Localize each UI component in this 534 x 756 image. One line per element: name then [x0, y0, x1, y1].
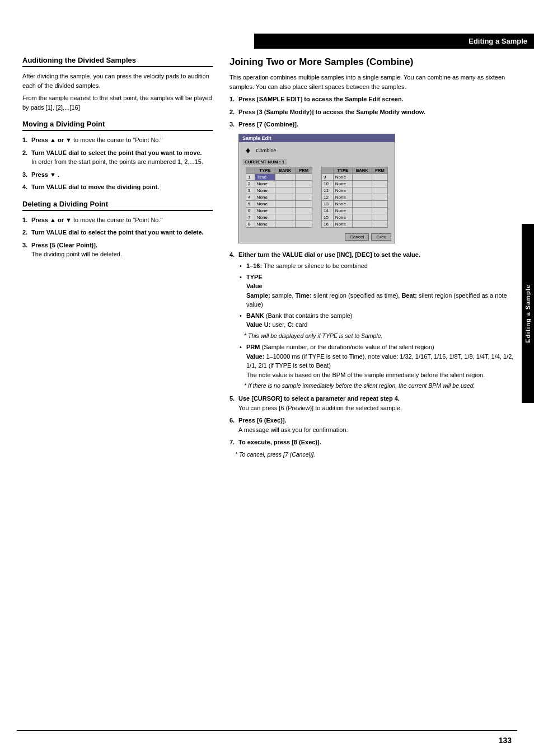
se-right-row-13: 13 None	[322, 200, 388, 207]
side-tab: Editing a Sample	[522, 224, 534, 403]
moving-heading: Moving a Dividing Point	[22, 120, 213, 131]
se-left-row-1: 1 Time	[246, 173, 312, 180]
bullet-1-16: 1–16: The sample or silence to be combin…	[238, 261, 517, 271]
deleting-step-2: 2. Turn VALUE dial to select the point t…	[22, 228, 213, 237]
se-cancel-button[interactable]: Cancel	[345, 233, 369, 241]
page-container: Editing a Sample Editing a Sample Auditi…	[0, 0, 534, 756]
section-auditioning: Auditioning the Divided Samples After di…	[22, 56, 213, 112]
step4-bullets: 1–16: The sample or silence to be combin…	[238, 261, 517, 330]
se-left-row-8: 8 None	[246, 220, 312, 227]
se-left-row-7: 7 None	[246, 214, 312, 220]
bottom-divider	[17, 730, 517, 731]
combine-step-2: 2. Press [3 (Sample Modify)] to access t…	[229, 107, 517, 117]
se-right-row-16: 16 None	[322, 220, 388, 227]
moving-step-3: 3. Press ▼ .	[22, 170, 213, 180]
left-column: Auditioning the Divided Samples After di…	[22, 56, 213, 461]
bullet-prm: PRM (Sample number, or the duration/note…	[238, 342, 517, 379]
se-exec-button[interactable]: Exec	[371, 233, 391, 241]
auditioning-heading: Auditioning the Divided Samples	[22, 56, 213, 67]
combine-step-4: 4. Either turn the VALUE dial or use [IN…	[229, 250, 517, 391]
se-left-row-3: 3 None	[246, 187, 312, 194]
right-column: Joining Two or More Samples (Combine) Th…	[229, 56, 517, 461]
se-left-row-2: 2 None	[246, 180, 312, 187]
se-current-num: CURRENT NUM : 1	[242, 159, 287, 165]
two-column-layout: Auditioning the Divided Samples After di…	[22, 56, 517, 461]
combine-step-3: 3. Press [7 (Combine)].	[229, 120, 517, 129]
bullet-type: TYPE Value Sample: sample, Time: silent …	[238, 273, 517, 309]
se-right-row-10: 10 None	[322, 180, 388, 187]
se-icon: ♦	[242, 144, 254, 157]
se-right-row-14: 14 None	[322, 207, 388, 214]
prm-bullets: PRM (Sample number, or the duration/note…	[238, 342, 517, 379]
section-deleting: Deleting a Dividing Point 1. Press ▲ or …	[22, 200, 213, 259]
page-number: 133	[499, 736, 512, 745]
header-title: Editing a Sample	[469, 37, 527, 45]
se-left-row-6: 6 None	[246, 207, 312, 214]
combine-intro: This operation combines multiple samples…	[229, 73, 517, 91]
se-right-row-9: 9 None	[322, 173, 388, 180]
se-left-row-5: 5 None	[246, 200, 312, 207]
cancel-note: * To cancel, press [7 (Cancel)].	[235, 450, 517, 459]
se-left-table: TYPE BANK PRM 1 Time	[246, 167, 312, 228]
se-right-row-15: 15 None	[322, 214, 388, 220]
header-bar: Editing a Sample	[254, 34, 534, 49]
se-button-row: Cancel Exec	[239, 231, 395, 243]
moving-step-1: 1. Press ▲ or ▼ to move the cursor to "P…	[22, 135, 213, 145]
section-moving: Moving a Dividing Point 1. Press ▲ or ▼ …	[22, 120, 213, 192]
se-right-table: TYPE BANK PRM 9 None	[321, 167, 388, 228]
combine-step-6: 6. Press [6 (Exec)]. A message will ask …	[229, 416, 517, 434]
se-subtitle-text: Combine	[256, 148, 276, 153]
deleting-step-1: 1. Press ▲ or ▼ to move the cursor to "P…	[22, 215, 213, 225]
bullet-bank: BANK (Bank that contains the sample) Val…	[238, 311, 517, 330]
combine-heading: Joining Two or More Samples (Combine)	[229, 56, 517, 68]
combine-steps: 1. Press [SAMPLE EDIT] to access the Sam…	[229, 95, 517, 129]
se-right-row-11: 11 None	[322, 187, 388, 194]
note-no-sample: * If there is no sample immediately befo…	[244, 382, 517, 391]
deleting-heading: Deleting a Dividing Point	[22, 200, 213, 211]
se-left-row-4: 4 None	[246, 194, 312, 200]
main-content: Auditioning the Divided Samples After di…	[22, 50, 517, 722]
auditioning-para2: From the sample nearest to the start poi…	[22, 93, 213, 112]
combine-step-7: 7. To execute, press [8 (Exec)].	[229, 438, 517, 447]
se-right-row-12: 12 None	[322, 194, 388, 200]
combine-step-1: 1. Press [SAMPLE EDIT] to access the Sam…	[229, 95, 517, 104]
deleting-steps: 1. Press ▲ or ▼ to move the cursor to "P…	[22, 215, 213, 259]
moving-step-2: 2. Turn VALUE dial to select the point t…	[22, 148, 213, 167]
side-tab-label: Editing a Sample	[524, 284, 531, 343]
auditioning-para1: After dividing the sample, you can press…	[22, 72, 213, 90]
deleting-step-3: 3. Press [5 (Clear Point)]. The dividing…	[22, 241, 213, 259]
combine-step-5: 5. Use [CURSOR] to select a parameter an…	[229, 394, 517, 412]
se-table-container: TYPE BANK PRM 1 Time	[242, 167, 391, 230]
moving-steps: 1. Press ▲ or ▼ to move the cursor to "P…	[22, 135, 213, 192]
moving-step-4: 4. Turn VALUE dial to move the dividing …	[22, 182, 213, 192]
sample-edit-screenshot: Sample Edit ♦ Combine CURRENT NUM : 1	[238, 134, 395, 243]
se-titlebar: Sample Edit	[239, 134, 395, 142]
combine-steps-continued: 4. Either turn the VALUE dial or use [IN…	[229, 250, 517, 447]
note-type-sample: * This will be displayed only if TYPE is…	[244, 332, 517, 341]
